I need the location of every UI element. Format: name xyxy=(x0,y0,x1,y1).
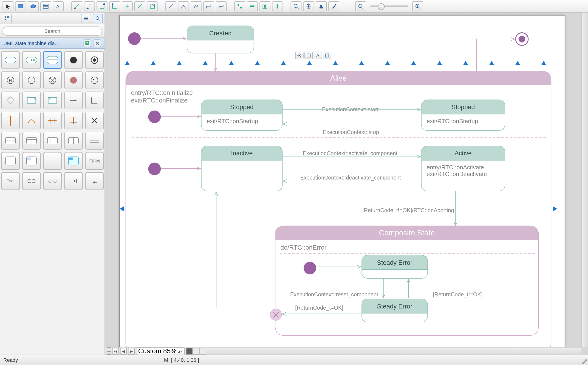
initial-pseudostate-upper[interactable] xyxy=(148,111,161,123)
palette-note-icon[interactable] xyxy=(22,92,41,109)
connector-6-icon[interactable] xyxy=(134,1,145,11)
palette-ega-icon[interactable]: |E|G|A| xyxy=(85,152,103,170)
palette-return-arrow-icon[interactable] xyxy=(85,172,103,190)
mini-opt-a-icon[interactable] xyxy=(295,52,304,59)
palette-final-state-icon[interactable] xyxy=(64,51,82,69)
initial-pseudostate-top[interactable] xyxy=(128,32,141,45)
palette-region-2-icon[interactable] xyxy=(22,132,41,150)
zoom-slider[interactable] xyxy=(370,5,408,7)
mini-opt-c-icon[interactable] xyxy=(314,52,322,59)
sidebar-search-icon[interactable] xyxy=(93,14,103,23)
page-tab-2[interactable] xyxy=(192,348,199,354)
line-poly-icon[interactable] xyxy=(191,1,202,11)
selection-handle[interactable] xyxy=(463,61,468,65)
hscroll-grip-icon[interactable] xyxy=(107,347,111,355)
palette-text-icon[interactable]: Text xyxy=(1,172,20,190)
palette-circle-icon[interactable] xyxy=(22,71,41,89)
page-tab-3[interactable] xyxy=(199,348,206,354)
palette-header[interactable]: UML state machine dia… xyxy=(0,38,104,49)
palette-cross-join2-icon[interactable] xyxy=(64,112,82,129)
palette-final-state2-icon[interactable] xyxy=(85,51,103,69)
pan-tool-icon[interactable] xyxy=(303,1,314,11)
palette-region-4-icon[interactable] xyxy=(64,132,82,150)
list-view-icon[interactable] xyxy=(81,14,91,23)
palette-region-big-icon[interactable] xyxy=(1,152,20,170)
state-steady-error-top[interactable]: Steady Error xyxy=(362,255,428,279)
mini-opt-b-icon[interactable] xyxy=(304,52,313,59)
selection-handle[interactable] xyxy=(125,61,130,65)
line-straight-icon[interactable] xyxy=(165,1,176,11)
vertical-scrollbar[interactable] xyxy=(581,13,588,347)
palette-filled-node-icon[interactable] xyxy=(64,71,82,89)
align-1-icon[interactable] xyxy=(234,1,245,11)
table-tool-icon[interactable] xyxy=(40,1,51,11)
palette-diamond-icon[interactable] xyxy=(1,92,20,109)
initial-pseudostate-composite[interactable] xyxy=(304,262,316,274)
final-state[interactable] xyxy=(515,32,528,46)
zoom-out-button[interactable] xyxy=(355,1,366,11)
connector-2-icon[interactable] xyxy=(84,1,95,11)
zoom-tool-icon[interactable] xyxy=(291,1,301,11)
connector-5-icon[interactable] xyxy=(122,1,133,11)
state-stopped-left[interactable]: Stopped exit/RTC::onStartup xyxy=(201,99,283,131)
connector-3-icon[interactable] xyxy=(96,1,108,11)
palette-composite-state-icon[interactable] xyxy=(43,51,61,69)
first-page-button[interactable]: ⏮ xyxy=(112,348,119,354)
align-3-icon[interactable] xyxy=(260,1,271,11)
zoom-combo-stepper-icon[interactable]: ▵▿ xyxy=(178,349,182,353)
palette-substate-icon[interactable] xyxy=(22,51,41,69)
align-2-icon[interactable] xyxy=(247,1,258,11)
state-created[interactable]: Created xyxy=(187,26,254,54)
text-tool-icon[interactable]: A xyxy=(53,1,64,11)
palette-region-split-icon[interactable] xyxy=(22,152,41,170)
palette-circle-x-icon[interactable] xyxy=(43,71,61,89)
palette-dashed-line-icon[interactable] xyxy=(43,152,61,170)
selection-handle[interactable] xyxy=(541,61,546,65)
palette-arrow-right-icon[interactable] xyxy=(64,92,82,109)
selection-handle[interactable] xyxy=(553,206,557,211)
line-ortho-icon[interactable] xyxy=(203,1,214,11)
connector-7-icon[interactable] xyxy=(147,1,158,11)
junction-pseudostate[interactable] xyxy=(270,309,282,321)
state-stopped-right[interactable]: Stopped exit/RTC::onStartup xyxy=(421,99,505,131)
selection-handle[interactable] xyxy=(411,61,416,65)
selection-handle[interactable] xyxy=(489,61,494,65)
search-input[interactable] xyxy=(2,26,102,35)
prev-page-button[interactable]: ◀ xyxy=(120,348,127,354)
palette-glasses-icon[interactable] xyxy=(22,172,41,190)
zoom-combo[interactable]: Custom 85% ▵▿ xyxy=(136,347,185,355)
initial-pseudostate-lower[interactable] xyxy=(148,162,161,175)
state-steady-error-bottom[interactable]: Steady Error xyxy=(362,299,428,322)
rect-tool-icon[interactable] xyxy=(15,1,26,11)
selection-handle[interactable] xyxy=(515,61,520,65)
palette-simple-state-icon[interactable] xyxy=(1,51,20,69)
palette-save-icon[interactable] xyxy=(84,39,91,47)
outline-tree-icon[interactable] xyxy=(2,14,12,23)
selection-handle[interactable] xyxy=(255,61,260,65)
page-tabs[interactable] xyxy=(186,348,206,354)
selection-handle[interactable] xyxy=(177,61,182,65)
palette-cross-join-icon[interactable] xyxy=(43,112,61,129)
palette-arrow-exit-icon[interactable] xyxy=(64,172,82,190)
window-resize-grip-icon[interactable] xyxy=(580,357,587,364)
zoom-in-button[interactable] xyxy=(412,1,423,11)
diagram-canvas[interactable]: Alive entry/RTC::onInitialize exit/RTC::… xyxy=(119,15,565,353)
palette-region-1-icon[interactable] xyxy=(1,132,20,150)
palette-close-icon[interactable] xyxy=(94,39,101,47)
selection-handle[interactable] xyxy=(203,61,208,65)
eyedropper-tool-icon[interactable] xyxy=(328,1,339,11)
palette-link-icon[interactable] xyxy=(43,172,61,190)
state-inactive[interactable]: Inactive xyxy=(201,146,283,191)
mini-opt-d-icon[interactable] xyxy=(323,52,331,59)
stamp-tool-icon[interactable] xyxy=(316,1,327,11)
pointer-tool-icon[interactable] xyxy=(2,1,14,11)
palette-x-icon[interactable] xyxy=(85,112,103,129)
selection-handle[interactable] xyxy=(307,61,312,65)
line-curve-icon[interactable] xyxy=(178,1,189,11)
palette-history-icon[interactable]: H xyxy=(1,71,20,89)
selection-handle[interactable] xyxy=(151,61,156,65)
selection-handle[interactable] xyxy=(333,61,338,65)
align-4-icon[interactable] xyxy=(272,1,283,11)
selection-handle[interactable] xyxy=(229,61,234,65)
palette-fork-vert-icon[interactable] xyxy=(1,112,20,129)
